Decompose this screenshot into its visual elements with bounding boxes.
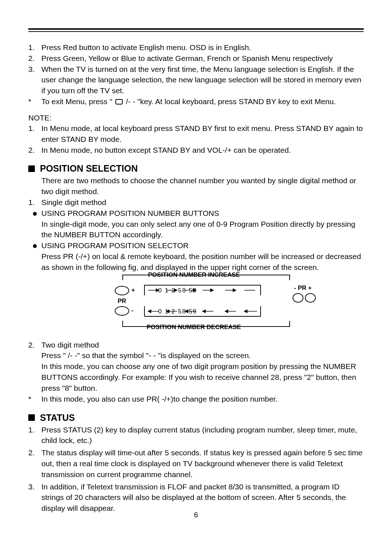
two-digit-star-text: In this mode, you also can use PR( -/+)t… <box>41 394 364 405</box>
plus-label: + <box>131 287 135 294</box>
square-bullet-icon <box>28 414 35 421</box>
list-text: Single digit method <box>41 197 364 208</box>
position-diagram: POSITION NUMBER INCREASE POSITION NUMBER… <box>94 274 364 335</box>
list-text: The status display will time-out after 5… <box>41 447 364 480</box>
svg-marker-19 <box>203 310 205 313</box>
pr-pm-label: - PR + <box>294 284 312 292</box>
svg-marker-8 <box>211 289 213 292</box>
list-star: * <box>28 394 41 405</box>
pr-plus-button-icon <box>115 286 129 295</box>
list-text: Press Red button to activate English men… <box>41 42 364 53</box>
exit-menu-text-a: To exit Menu, press " <box>41 97 114 106</box>
list-number: 3. <box>28 481 41 514</box>
list-number: 2. <box>28 340 41 394</box>
dot-bullet-icon: ● <box>28 240 41 272</box>
list-number: 2. <box>28 145 41 156</box>
two-digit-list: 2. Two digit method Press " /- -" so tha… <box>28 340 364 405</box>
two-digit-line-b: In this mode, you can choose any one of … <box>41 361 364 393</box>
diagram-increase-label: POSITION NUMBER INCREASE <box>148 271 240 279</box>
pr-minus-button-icon <box>115 306 129 316</box>
bullet-title: USING PROGRAM POSITION NUMBER BUTTONS <box>41 208 364 219</box>
bullet-desc: In single-digit mode, you can only selec… <box>41 219 364 241</box>
section-heading-position: POSITION SELECTION <box>28 163 364 174</box>
list-number: 2. <box>28 447 41 480</box>
list-text: In addition, if Teletext transmission is… <box>41 481 364 514</box>
page-content: 1. Press Red button to activate English … <box>28 28 364 514</box>
svg-marker-13 <box>148 310 151 313</box>
note-label: NOTE: <box>28 114 364 122</box>
list-number: 2. <box>28 53 41 64</box>
page-number: 6 <box>0 511 392 519</box>
exit-menu-text-b: /- - "key. At local keyboard, press STAN… <box>124 97 336 106</box>
bullet-title: USING PROGRAM POSITION SELECTOR <box>41 240 364 251</box>
two-digit-title: Two digit method <box>41 340 364 350</box>
minus-label: - <box>131 307 134 314</box>
section-title: STATUS <box>40 413 75 423</box>
top-rule <box>28 28 364 32</box>
list-text: To exit Menu, press " /- - "key. At loca… <box>41 96 364 107</box>
note-list: 1. In Menu mode, at local keyboard press… <box>28 123 364 155</box>
section-heading-status: STATUS <box>28 413 364 423</box>
diagram-decrease-label: POSITION NUMBER DECREASE <box>147 324 241 331</box>
svg-marker-10 <box>233 289 236 292</box>
list-number: 1. <box>28 123 41 145</box>
two-digit-line-a: Press " /- -" so that the symbol "- - "i… <box>41 350 364 361</box>
position-intro: There are two methods to choose the chan… <box>28 175 364 197</box>
list-text: Press Green, Yellow or Blue to activate … <box>41 53 364 64</box>
list-number: 1. <box>28 197 41 208</box>
pr-plus-remote-icon <box>305 293 316 303</box>
diagram-seq-decrease: 0 1 2 58 59 <box>158 308 197 315</box>
diagram-seq-increase: 0 1 2 58 59 <box>158 287 197 294</box>
list-text: When the TV is turned on at the very fir… <box>41 64 364 96</box>
list-number: 3. <box>28 64 41 96</box>
menu-key-icon <box>115 99 123 104</box>
section-title: POSITION SELECTION <box>40 163 138 174</box>
dot-bullet-icon: ● <box>28 208 41 240</box>
position-list: 1. Single digit method ● USING PROGRAM P… <box>28 197 364 273</box>
list-text: In Menu mode, at local keyboard press ST… <box>41 123 364 145</box>
list-number: 1. <box>28 424 41 446</box>
list-text: Press STATUS (2) key to display current … <box>41 424 364 446</box>
intro-list: 1. Press Red button to activate English … <box>28 42 364 107</box>
list-star: * <box>28 96 41 107</box>
bullet-desc: Press PR (-/+) on local & remote keyboar… <box>41 251 364 273</box>
list-text: In Menu mode, no button except STAND BY … <box>41 145 364 156</box>
pr-label: PR <box>118 297 126 305</box>
pr-minus-remote-icon <box>293 293 303 303</box>
svg-marker-21 <box>225 310 228 313</box>
svg-marker-23 <box>244 310 247 313</box>
list-number: 1. <box>28 42 41 53</box>
square-bullet-icon <box>28 165 35 172</box>
status-list: 1. Press STATUS (2) key to display curre… <box>28 424 364 514</box>
